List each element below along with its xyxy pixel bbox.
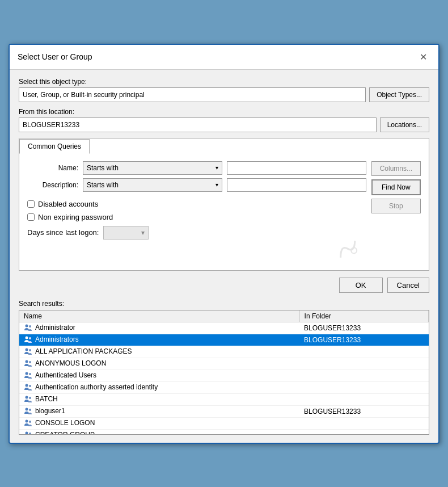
svg-point-13 [26,396,28,398]
logon-label: Days since last logon: [27,228,99,237]
svg-point-10 [29,373,31,375]
tab-header: Common Queries [19,138,429,153]
svg-point-2 [29,325,31,328]
name-label: Name: [27,164,78,172]
table-row[interactable]: CREATOR GROUP [19,429,429,435]
results-table: Name In Folder AdministratorBLOGUSER1323… [19,310,429,435]
location-group: From this location: Locations... [19,108,429,132]
object-type-group: Select this object type: Object Types... [19,78,429,102]
location-input[interactable] [19,117,377,132]
ok-button[interactable]: OK [339,278,383,293]
select-user-group-dialog: Select User or Group ✕ Select this objec… [9,44,439,444]
svg-point-0 [350,247,357,254]
svg-point-15 [26,408,28,410]
svg-point-3 [26,336,28,339]
table-row[interactable]: AdministratorBLOGUSER13233 [19,322,429,334]
svg-point-7 [26,360,28,363]
name-value-input[interactable] [227,161,366,175]
user-icon [24,324,33,333]
object-types-button[interactable]: Object Types... [369,87,429,102]
user-icon [24,383,33,392]
user-icon [24,419,33,428]
svg-point-16 [29,409,31,411]
non-expiring-checkbox[interactable] [27,213,35,221]
user-icon [24,371,33,380]
disabled-accounts-label: Disabled accounts [38,200,98,208]
right-buttons: Columns... Find Now Stop [371,161,421,213]
svg-point-1 [26,324,28,327]
columns-button[interactable]: Columns... [371,161,421,176]
svg-point-19 [26,431,28,434]
user-icon [24,347,33,356]
desc-filter-dropdown[interactable]: Starts with ▾ [83,178,222,192]
tab-common-queries[interactable]: Common Queries [19,139,90,154]
object-type-label: Select this object type: [19,78,429,86]
table-row[interactable]: CONSOLE LOGON [19,417,429,429]
watermark-area [27,240,366,262]
logon-dropdown[interactable]: ▾ [103,226,149,240]
table-row[interactable]: Authentication authority asserted identi… [19,381,429,393]
desc-label: Description: [27,181,78,189]
search-results-label: Search results: [19,300,429,308]
disabled-accounts-row: Disabled accounts [27,200,366,208]
location-label: From this location: [19,108,429,116]
cancel-button[interactable]: Cancel [387,278,429,293]
table-row[interactable]: bloguser1BLOGUSER13233 [19,405,429,417]
bottom-buttons: OK Cancel [19,278,429,293]
disabled-accounts-checkbox[interactable] [27,200,35,208]
find-now-button[interactable]: Find Now [371,179,421,195]
results-table-container[interactable]: Name In Folder AdministratorBLOGUSER1323… [19,310,429,435]
query-grid: Name: Starts with ▾ Description: Starts … [27,161,366,192]
svg-point-4 [29,337,31,339]
table-row[interactable]: ALL APPLICATION PACKAGES [19,346,429,358]
close-button[interactable]: ✕ [416,51,430,64]
watermark-icon [336,239,360,262]
svg-point-9 [26,372,28,375]
desc-value-input[interactable] [227,178,366,192]
svg-point-18 [29,421,31,423]
object-type-row: Object Types... [19,87,429,102]
dialog-title: Select User or Group [18,52,92,61]
non-expiring-label: Non expiring password [38,213,113,221]
user-icon [24,335,33,345]
title-bar: Select User or Group ✕ [10,45,438,70]
svg-point-6 [29,349,31,351]
object-type-input[interactable] [19,87,366,102]
chevron-down-icon-3: ▾ [141,229,145,237]
user-icon [24,359,33,368]
table-row[interactable]: BATCH [19,393,429,405]
user-icon [24,431,33,435]
chevron-down-icon-2: ▾ [215,182,218,188]
col-folder-header: In Folder [299,310,428,322]
non-expiring-row: Non expiring password [27,213,366,221]
table-row[interactable]: Authenticated Users [19,370,429,381]
table-row[interactable]: AdministratorsBLOGUSER13233 [19,334,429,346]
tab-content: Columns... Find Now Stop Name: Starts wi… [19,153,429,270]
user-icon [24,407,33,416]
stop-button[interactable]: Stop [371,199,421,213]
table-row[interactable]: ANONYMOUS LOGON [19,358,429,370]
tab-panel: Common Queries Columns... Find Now Stop … [19,138,429,271]
chevron-down-icon: ▾ [215,165,218,171]
svg-point-11 [26,384,28,387]
locations-button[interactable]: Locations... [380,117,429,132]
svg-point-14 [29,397,31,399]
svg-point-8 [29,361,31,363]
col-name-header: Name [19,310,299,322]
user-icon [24,395,33,404]
location-row: Locations... [19,117,429,132]
name-filter-dropdown[interactable]: Starts with ▾ [83,161,222,175]
dialog-body: Select this object type: Object Types...… [10,70,438,443]
svg-point-12 [29,385,31,387]
logon-row: Days since last logon: ▾ [27,226,366,240]
svg-point-17 [26,419,28,422]
svg-point-5 [26,348,28,351]
svg-point-20 [29,433,31,435]
